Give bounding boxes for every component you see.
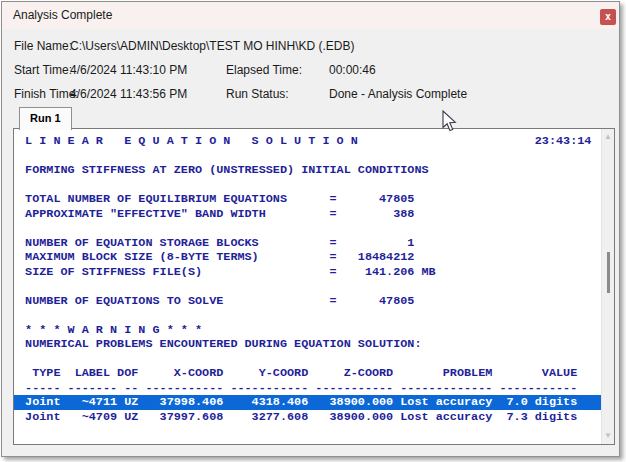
console-line[interactable]: Joint ~4709 UZ 37997.608 3277.608 38900.… (14, 410, 601, 425)
console-line[interactable] (14, 149, 601, 164)
console-line[interactable]: NUMERICAL PROBLEMS ENCOUNTERED DURING EQ… (14, 337, 601, 352)
console-text[interactable]: L I N E A R E Q U A T I O N S O L U T I … (14, 129, 601, 444)
console-line[interactable]: L I N E A R E Q U A T I O N S O L U T I … (14, 134, 601, 149)
console-line[interactable]: MAXIMUM BLOCK SIZE (8-BYTE TERMS) = 1848… (14, 250, 601, 265)
scrollbar-thumb[interactable] (607, 252, 610, 293)
console-line[interactable]: * * * W A R N I N G * * * (14, 323, 601, 338)
finish-time-label: Finish Time: (14, 87, 79, 101)
run-status-value: Done - Analysis Complete (329, 87, 467, 101)
start-time-label: Start Time: (14, 63, 72, 77)
console-line[interactable]: NUMBER OF EQUATIONS TO SOLVE = 47805 (14, 294, 601, 309)
console-line[interactable] (14, 279, 601, 294)
file-name-value: C:\Users\ADMIN\Desktop\TEST MO HINH\KD (… (70, 39, 354, 53)
window-title: Analysis Complete (13, 2, 112, 29)
scroll-down-icon[interactable]: ▼ (602, 430, 614, 442)
mouse-cursor-icon (441, 110, 459, 134)
console-line[interactable]: FORMING STIFFNESS AT ZERO (UNSTRESSED) I… (14, 163, 601, 178)
console-line[interactable] (14, 352, 601, 367)
screen: Analysis Complete x File Name: C:\Users\… (0, 0, 626, 462)
console-line[interactable]: ----- ------- -- ----------- -----------… (14, 381, 601, 396)
close-button[interactable]: x (600, 9, 616, 25)
console-line[interactable]: TOTAL NUMBER OF EQUILIBRIUM EQUATIONS = … (14, 192, 601, 207)
scroll-up-icon[interactable]: ▲ (602, 131, 614, 143)
tab-run-1[interactable]: Run 1 (19, 107, 72, 130)
elapsed-time-label: Elapsed Time: (226, 63, 302, 77)
console-line[interactable]: NUMBER OF EQUATION STORAGE BLOCKS = 1 (14, 236, 601, 251)
vertical-scrollbar[interactable]: ▲ ▼ (601, 129, 614, 444)
title-bar[interactable]: Analysis Complete x (2, 2, 619, 29)
console-line[interactable]: SIZE OF STIFFNESS FILE(S) = 141.206 MB (14, 265, 601, 280)
analysis-complete-dialog: Analysis Complete x File Name: C:\Users\… (1, 1, 620, 457)
console-line[interactable]: ---------------------------- (14, 439, 601, 445)
analysis-log-box[interactable]: L I N E A R E Q U A T I O N S O L U T I … (13, 128, 615, 445)
console-line[interactable] (14, 178, 601, 193)
file-name-label: File Name: (14, 39, 72, 53)
console-line[interactable]: APPROXIMATE "EFFECTIVE" BAND WIDTH = 388 (14, 207, 601, 222)
console-line-selected[interactable]: Joint ~4711 UZ 37998.406 4318.406 38900.… (14, 395, 601, 410)
finish-time-value: 4/6/2024 11:43:56 PM (70, 87, 187, 101)
console-line[interactable] (14, 221, 601, 236)
run-status-label: Run Status: (226, 87, 289, 101)
console-line[interactable] (14, 424, 601, 439)
console-line[interactable] (14, 308, 601, 323)
elapsed-time-value: 00:00:46 (329, 63, 376, 77)
start-time-value: 4/6/2024 11:43:10 PM (70, 63, 187, 77)
console-line[interactable]: TYPE LABEL DOF X-COORD Y-COORD Z-COORD P… (14, 366, 601, 381)
